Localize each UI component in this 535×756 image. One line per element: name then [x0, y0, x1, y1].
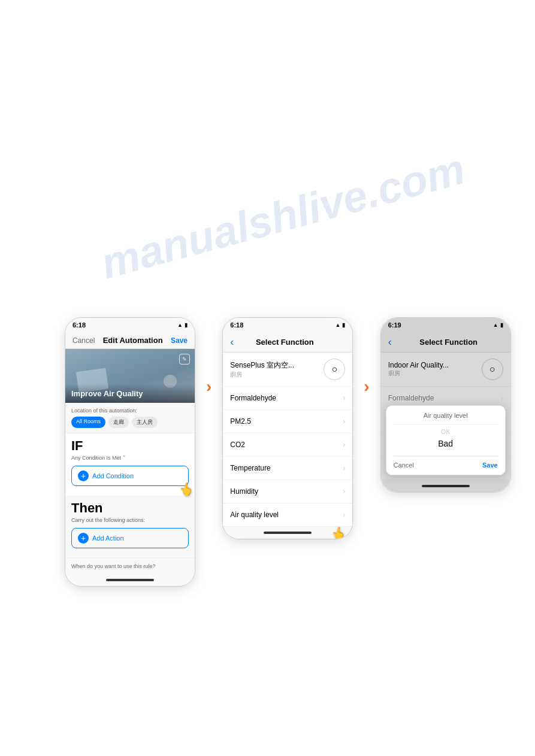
- arrow-1: ›: [206, 317, 211, 396]
- function-name: Air quality level: [230, 511, 279, 519]
- screen2-function-list: Formaldehyde › PM2.5 › CO2 › Temperature…: [223, 387, 352, 527]
- back-button-2[interactable]: ‹: [230, 336, 234, 348]
- screen2-title: Select Function: [236, 338, 333, 347]
- function-temperature[interactable]: Temperature ›: [223, 457, 352, 480]
- when-section: When do you want to use this rule?: [65, 558, 195, 574]
- battery-icon-2: ▮: [342, 322, 345, 328]
- add-action-circle-icon: +: [78, 533, 89, 544]
- tag-master-room[interactable]: 主人房: [132, 417, 158, 428]
- screen1-nav: Cancel Edit Automation Save: [65, 332, 195, 349]
- add-action-label: Add Action: [92, 535, 124, 542]
- then-section: Then Carry out the following actions: + …: [65, 496, 195, 558]
- tag-all-rooms[interactable]: All Rooms: [71, 417, 105, 428]
- add-condition-button[interactable]: + Add Condition 👆: [71, 466, 189, 486]
- picker-bad: Bad: [394, 436, 498, 451]
- popup-buttons: Cancel Save: [394, 456, 498, 469]
- chevron-icon: ›: [343, 464, 345, 472]
- device-name-2: SensePlus 室内空...: [230, 360, 324, 371]
- picker-empty: [394, 451, 498, 453]
- add-action-button[interactable]: + Add Action: [71, 528, 189, 548]
- home-bar-2: [264, 532, 312, 534]
- screen1-title: Edit Automation: [103, 336, 163, 345]
- function-air-quality[interactable]: Air quality level › 👆: [223, 503, 352, 527]
- chevron-down-icon: ˅: [123, 455, 126, 461]
- hand-cursor-2: 👆: [330, 524, 348, 539]
- function-name: Formaldehyde: [230, 394, 276, 402]
- function-name: Humidity: [230, 487, 258, 496]
- screen3-phone: 6:19 ▲ ▮ ‹ Select Function Indoor Air Qu…: [380, 317, 511, 493]
- then-title: Then: [71, 500, 189, 516]
- save-button[interactable]: Save: [171, 336, 188, 345]
- home-indicator: [65, 574, 195, 586]
- add-condition-label: Add Condition: [92, 472, 134, 479]
- screen1-status-bar: 6:18 ▲ ▮: [65, 318, 195, 332]
- screen2-status-bar: 6:18 ▲ ▮: [223, 318, 352, 332]
- device-info-2: SensePlus 室内空... 廚房: [230, 360, 324, 379]
- function-formaldehyde[interactable]: Formaldehyde ›: [223, 387, 352, 410]
- popup-title: Air quality level: [394, 412, 498, 419]
- tag-corridor[interactable]: 走廊: [108, 417, 129, 428]
- chevron-icon: ›: [343, 441, 345, 449]
- add-circle-icon: +: [78, 470, 89, 481]
- hero-overlay: Improve Air Quality: [65, 384, 195, 403]
- edit-icon[interactable]: ✎: [179, 354, 190, 365]
- if-subtitle: Any Condition Is Met ˅: [71, 455, 189, 461]
- function-humidity[interactable]: Humidity ›: [223, 480, 352, 503]
- picker-ok: OK: [394, 427, 498, 436]
- air-quality-popup: Air quality level OK Bad Cancel Save: [386, 405, 506, 475]
- when-text: When do you want to use this rule?: [71, 563, 189, 569]
- hero-image: ✎ Improve Air Quality: [65, 349, 195, 403]
- device-room-2: 廚房: [230, 371, 324, 379]
- function-co2[interactable]: CO2 ›: [223, 433, 352, 457]
- screen1-time: 6:18: [72, 321, 86, 329]
- location-section: Location of this automation: All Rooms 走…: [65, 403, 195, 433]
- popup-save-button[interactable]: Save: [482, 462, 498, 469]
- wifi-icon-2: ▲: [335, 322, 340, 328]
- chevron-icon: ›: [343, 394, 345, 402]
- function-name: PM2.5: [230, 417, 251, 426]
- screen2-time: 6:18: [230, 321, 243, 329]
- arrow-2: ›: [364, 317, 369, 396]
- screen2-status-icons: ▲ ▮: [335, 322, 345, 328]
- device-icon-2: ○: [324, 359, 345, 380]
- then-subtitle: Carry out the following actions:: [71, 517, 189, 523]
- screen1-phone: 6:18 ▲ ▮ Cancel Edit Automation Save ✎ I…: [65, 317, 195, 587]
- if-title: IF: [71, 438, 189, 454]
- function-name: Temperature: [230, 464, 270, 472]
- battery-icon: ▮: [185, 322, 188, 328]
- location-label: Location of this automation:: [71, 408, 189, 414]
- cancel-button[interactable]: Cancel: [72, 336, 95, 345]
- home-bar: [106, 579, 154, 581]
- function-name: CO2: [230, 441, 245, 449]
- watermark: manualshlive.com: [96, 144, 470, 289]
- popup-cancel-button[interactable]: Cancel: [394, 462, 414, 469]
- screen2-nav: ‹ Select Function: [223, 332, 352, 353]
- screen2-device-row: SensePlus 室内空... 廚房 ○: [223, 353, 352, 387]
- if-section: IF Any Condition Is Met ˅ + Add Conditio…: [65, 433, 195, 496]
- screenshots-container: 6:18 ▲ ▮ Cancel Edit Automation Save ✎ I…: [65, 317, 511, 587]
- screen1-status-icons: ▲ ▮: [177, 322, 188, 328]
- wifi-icon: ▲: [177, 322, 183, 328]
- chevron-icon: ›: [343, 511, 345, 519]
- picker-wheel[interactable]: OK Bad: [394, 424, 498, 456]
- location-tags: All Rooms 走廊 主人房: [71, 417, 189, 428]
- hero-title: Improve Air Quality: [71, 389, 189, 398]
- chevron-icon: ›: [343, 487, 345, 496]
- screen2-phone: 6:18 ▲ ▮ ‹ Select Function SensePlus 室内空…: [222, 317, 353, 539]
- chevron-icon: ›: [343, 417, 345, 426]
- function-pm25[interactable]: PM2.5 ›: [223, 410, 352, 433]
